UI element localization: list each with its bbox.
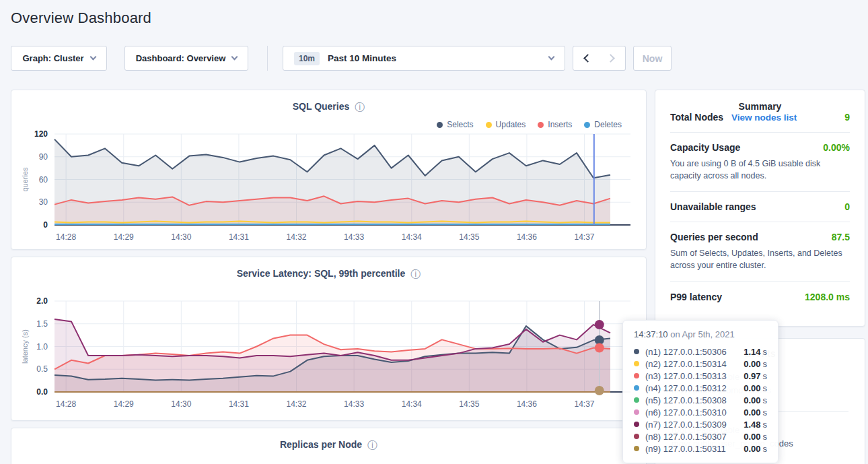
chevron-down-icon (89, 54, 96, 61)
p99-latency-value: 1208.0 ms (805, 292, 850, 302)
chevron-down-icon (548, 54, 555, 61)
svg-text:0.5: 0.5 (36, 364, 48, 374)
qps-value: 87.5 (832, 232, 850, 242)
sql-queries-title: SQL Queries ⓘ (11, 101, 646, 112)
tooltip-row: (n2) 127.0.0.1:503140.00s (634, 358, 767, 370)
svg-text:1.0: 1.0 (36, 342, 48, 352)
capacity-desc: You are using 0 B of 4.5 GiB usable disk… (670, 158, 850, 182)
tooltip-row: (n8) 127.0.0.1:503070.00s (634, 430, 767, 442)
replicas-per-node-title: Replicas per Node ⓘ (11, 439, 646, 450)
summary-panel: Summary Total Nodes View nodes list 9 Ca… (655, 90, 865, 327)
page-title: Overview Dashboard (11, 9, 151, 27)
tooltip-row: (n6) 127.0.0.1:503100.00s (634, 406, 767, 418)
svg-text:14:32: 14:32 (287, 399, 307, 409)
total-nodes-value: 9 (844, 112, 850, 123)
svg-text:14:36: 14:36 (517, 399, 537, 409)
series-dot-icon (634, 446, 639, 451)
svg-text:14:37: 14:37 (575, 232, 595, 242)
view-nodes-list-link[interactable]: View nodes list (731, 112, 797, 123)
time-range-label: Past 10 Minutes (328, 53, 396, 63)
svg-text:120: 120 (34, 129, 48, 139)
info-icon[interactable]: ⓘ (355, 102, 365, 112)
summary-row-capacity: Capacity Usage 0.00% (670, 142, 850, 153)
service-latency-chart[interactable]: 14:2814:2914:3014:3114:3214:3314:3414:35… (11, 294, 647, 416)
svg-text:14:37: 14:37 (575, 399, 595, 409)
now-button[interactable]: Now (633, 46, 672, 71)
svg-text:0: 0 (43, 220, 48, 230)
svg-text:14:33: 14:33 (344, 232, 364, 242)
service-latency-panel: Service Latency: SQL, 99th percentile ⓘ … (11, 257, 647, 421)
p99-latency-label: P99 latency (670, 292, 722, 302)
tooltip-row: (n3) 127.0.0.1:503130.97s (634, 370, 767, 382)
time-range-dropdown[interactable]: 10m Past 10 Minutes (283, 46, 565, 71)
svg-text:14:35: 14:35 (459, 399, 479, 409)
summary-row-unavailable-ranges: Unavailable ranges 0 (670, 201, 850, 212)
graph-scope-label: Graph: Cluster (22, 53, 83, 63)
svg-text:14:33: 14:33 (344, 399, 364, 409)
qps-desc: Sum of Selects, Updates, Inserts, and De… (670, 247, 850, 271)
svg-text:14:32: 14:32 (287, 232, 307, 242)
svg-text:14:29: 14:29 (114, 232, 134, 242)
svg-text:14:29: 14:29 (114, 399, 134, 409)
summary-divider (670, 191, 850, 192)
sql-queries-panel: SQL Queries ⓘ SelectsUpdatesInsertsDelet… (11, 90, 647, 250)
svg-text:14:31: 14:31 (229, 399, 249, 409)
tooltip-row: (n5) 127.0.0.1:503080.00s (634, 394, 767, 406)
summary-divider (670, 132, 850, 133)
unavailable-ranges-label: Unavailable ranges (670, 201, 756, 212)
dashboard-label: Dashboard: Overview (136, 53, 226, 63)
total-nodes-label: Total Nodes (670, 112, 723, 123)
svg-text:queries: queries (21, 167, 29, 192)
tooltip-timestamp: 14:37:10 on Apr 5th, 2021 (634, 329, 767, 339)
series-dot-icon (634, 361, 639, 366)
capacity-label: Capacity Usage (670, 142, 740, 153)
series-dot-icon (634, 373, 639, 378)
svg-text:0.0: 0.0 (36, 387, 48, 397)
unavailable-ranges-value: 0 (844, 201, 850, 212)
overview-dashboard-page: Overview Dashboard Graph: Cluster Dashbo… (0, 0, 868, 464)
info-icon[interactable]: ⓘ (367, 440, 377, 450)
chevron-right-icon (606, 54, 615, 63)
svg-text:2.0: 2.0 (36, 296, 48, 306)
info-icon[interactable]: ⓘ (410, 269, 421, 279)
svg-text:14:30: 14:30 (171, 399, 191, 409)
sql-queries-chart[interactable]: 14:2814:2914:3014:3114:3214:3314:3414:35… (11, 127, 647, 248)
dashboard-dropdown[interactable]: Dashboard: Overview (124, 46, 248, 71)
svg-text:90: 90 (39, 152, 48, 162)
svg-text:14:34: 14:34 (402, 399, 422, 409)
series-dot-icon (634, 434, 639, 439)
series-dot-icon (634, 422, 639, 427)
series-dot-icon (634, 385, 639, 391)
controls-divider (267, 46, 268, 71)
summary-row-p99: P99 latency 1208.0 ms (670, 292, 850, 302)
time-prev-button[interactable] (573, 46, 600, 71)
svg-text:14:28: 14:28 (56, 232, 76, 242)
svg-text:14:34: 14:34 (402, 232, 422, 242)
chevron-left-icon (583, 54, 592, 63)
summary-divider (670, 222, 850, 222)
summary-divider (670, 281, 850, 282)
series-dot-icon (634, 397, 639, 403)
svg-text:latency (s): latency (s) (21, 329, 29, 364)
tooltip-row: (n7) 127.0.0.1:503091.48s (634, 418, 767, 430)
tooltip-row: (n4) 127.0.0.1:503120.00s (634, 382, 767, 394)
svg-text:30: 30 (39, 197, 48, 207)
summary-row-total-nodes: Total Nodes View nodes list 9 (670, 112, 850, 123)
replicas-per-node-panel: Replicas per Node ⓘ (11, 428, 647, 464)
series-dot-icon (634, 409, 639, 415)
chevron-down-icon (231, 54, 238, 61)
service-latency-title: Service Latency: SQL, 99th percentile ⓘ (11, 268, 646, 279)
series-dot-icon (634, 349, 639, 354)
svg-text:60: 60 (39, 175, 48, 185)
summary-row-qps: Queries per second 87.5 (670, 232, 850, 242)
tooltip-rows: (n1) 127.0.0.1:503061.14s(n2) 127.0.0.1:… (634, 345, 767, 455)
svg-text:14:35: 14:35 (459, 232, 479, 242)
qps-label: Queries per second (670, 232, 758, 242)
tooltip-row: (n9) 127.0.0.1:503110.00s (634, 442, 767, 455)
graph-scope-dropdown[interactable]: Graph: Cluster (11, 46, 107, 71)
svg-text:14:28: 14:28 (56, 399, 76, 409)
time-next-button[interactable] (599, 46, 626, 71)
tooltip-row: (n1) 127.0.0.1:503061.14s (634, 345, 767, 358)
summary-title: Summary (670, 101, 850, 112)
svg-text:14:31: 14:31 (229, 232, 249, 242)
